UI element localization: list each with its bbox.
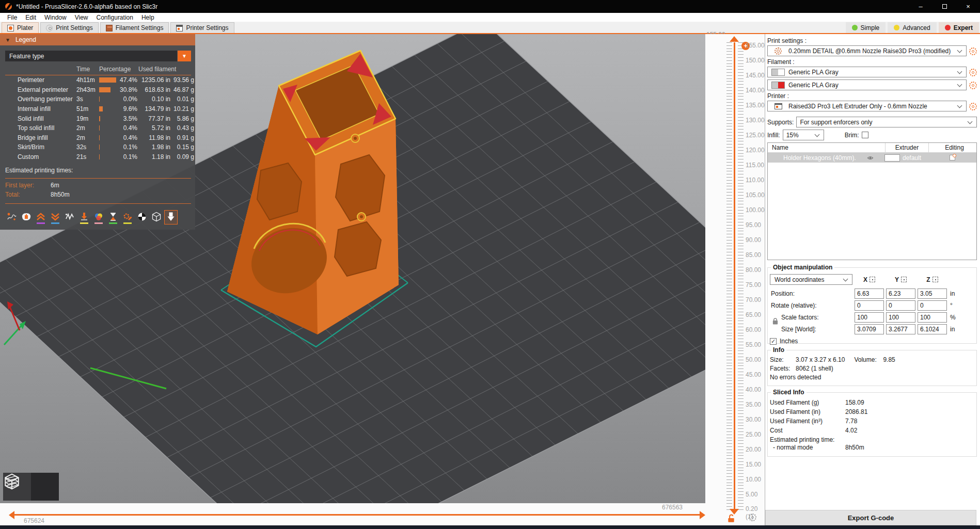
filament-2-gear-button[interactable]: [969, 82, 977, 89]
supports-label: Supports:: [767, 119, 794, 126]
percentage-bar: [99, 154, 100, 159]
view-layers-button[interactable]: [31, 473, 59, 501]
close-button[interactable]: ×: [956, 0, 980, 13]
mode-advanced[interactable]: Advanced: [888, 22, 936, 33]
filament-1-select[interactable]: Generic PLA Gray: [767, 67, 967, 77]
extruder-icon[interactable]: [164, 210, 178, 225]
print-settings-select[interactable]: 0.20mm DETAIL @0.6mm Nozzle Raise3D Pro3…: [767, 45, 967, 56]
legend-header[interactable]: ▼ Legend: [0, 34, 195, 45]
inches-checkbox[interactable]: ✓: [770, 338, 777, 345]
feature-time: 4h11m: [76, 76, 99, 84]
deretractions-icon[interactable]: [49, 210, 62, 225]
tab-print-settings[interactable]: Print Settings: [40, 22, 98, 33]
value-field[interactable]: 100: [918, 312, 947, 323]
value-field[interactable]: 0: [918, 300, 947, 311]
chevron-down-icon: [957, 82, 962, 87]
tab-plater[interactable]: Plater: [2, 22, 39, 33]
moves-max-label: 676563: [662, 504, 683, 511]
value-field[interactable]: 6.63: [855, 288, 884, 299]
estimated-time-label: Estimated printing time:: [770, 436, 834, 443]
printer-gear-button[interactable]: [969, 103, 977, 110]
export-gcode-button[interactable]: Export G-code: [765, 510, 976, 525]
feature-time: 19m: [76, 115, 99, 122]
view-type-select[interactable]: Feature type: [5, 51, 177, 61]
tick-label: 100.00: [746, 206, 765, 214]
retractions-icon[interactable]: [34, 210, 48, 225]
feature-used-g: 93.56 g: [172, 76, 196, 84]
brim-checkbox[interactable]: [862, 132, 868, 138]
print-settings-gear-button[interactable]: [969, 47, 977, 55]
value-field[interactable]: 6.23: [886, 288, 915, 299]
moves-slider-right-handle[interactable]: [700, 511, 705, 519]
tick-label: 60.00: [746, 326, 761, 333]
value-field[interactable]: 3.2677: [886, 324, 915, 334]
tick-label: 140.00: [746, 87, 765, 94]
value-field[interactable]: 100: [855, 312, 884, 323]
view-type-dropdown-button[interactable]: ▼: [178, 51, 191, 61]
color-changes-icon[interactable]: [92, 210, 105, 225]
feature-percentage: 9.6%: [123, 105, 137, 113]
maximize-icon: [942, 4, 947, 9]
window-title: *Untitled - PrusaSlicer-2.6.0-alpha6 bas…: [16, 3, 157, 10]
scale-lock-icon[interactable]: [772, 317, 779, 327]
value-field[interactable]: 0: [886, 300, 915, 311]
tab-label: Printer Settings: [186, 24, 228, 31]
menu-help[interactable]: Help: [137, 13, 159, 22]
menu-file[interactable]: File: [3, 13, 21, 22]
moves-slider-left-handle[interactable]: [9, 511, 14, 519]
model-object[interactable]: [227, 51, 399, 334]
tab-filament-settings[interactable]: Filament Settings: [100, 22, 169, 33]
filament-1-gear-button[interactable]: [969, 69, 977, 76]
menu-configuration[interactable]: Configuration: [92, 13, 137, 22]
value-field[interactable]: 100: [886, 312, 915, 323]
maximize-button[interactable]: [932, 0, 956, 13]
supports-select[interactable]: For support enforcers only: [796, 117, 977, 127]
mode-label: Expert: [954, 24, 973, 31]
seams-icon[interactable]: [63, 210, 76, 225]
menu-window[interactable]: Window: [40, 13, 71, 22]
pause-prints-icon[interactable]: [106, 210, 120, 225]
center-of-mass-icon[interactable]: [135, 210, 149, 225]
minimize-button[interactable]: –: [909, 0, 932, 13]
shells-icon[interactable]: [20, 210, 33, 225]
unlock-icon[interactable]: [727, 514, 735, 524]
menu-edit[interactable]: Edit: [21, 13, 40, 22]
slider-settings-gear-icon[interactable]: [749, 514, 756, 521]
legend-title: Legend: [15, 36, 36, 43]
bounding-box-icon[interactable]: [150, 210, 163, 225]
custom-gcode-icon[interactable]: [121, 210, 134, 225]
tab-printer-settings[interactable]: Printer Settings: [170, 22, 234, 33]
layer-slider-ticks-left: [726, 42, 732, 510]
value-field[interactable]: 6.1024: [918, 324, 947, 334]
tick-label: 135.00: [746, 102, 765, 109]
value-field[interactable]: 0: [855, 300, 884, 311]
tick-label: 90.00: [746, 236, 761, 244]
edit-object-icon[interactable]: [950, 155, 955, 161]
row-label: Cost: [770, 427, 845, 434]
infill-select[interactable]: 15%: [783, 130, 824, 140]
layer-slider-top-handle[interactable]: [730, 36, 739, 42]
printer-select[interactable]: Raised3D Pro3 Left Extruder Only - 0.6mm…: [767, 101, 967, 111]
col-name: Name: [768, 143, 886, 152]
feature-used-in: 618.63 in: [138, 86, 172, 93]
coordinates-value: World coordinates: [770, 276, 841, 283]
sliced-info-row-used-filament-in: Used Filament (in)2086.81: [770, 408, 974, 415]
eye-icon[interactable]: [856, 155, 884, 161]
mode-simple[interactable]: Simple: [846, 22, 886, 33]
extruder-color-box[interactable]: [884, 154, 900, 162]
feature-used-in: 1.18 in: [138, 153, 172, 161]
axis-x-header: X: [855, 276, 884, 283]
value-field[interactable]: 3.0709: [855, 324, 884, 334]
mode-expert[interactable]: Expert: [939, 22, 979, 33]
filament-2-select[interactable]: Generic PLA Gray: [767, 79, 967, 90]
moves-slider-track[interactable]: [14, 514, 702, 516]
menu-view[interactable]: View: [71, 13, 92, 22]
value-field[interactable]: 3.05: [918, 288, 947, 299]
legend-row-solid-infill: Solid infill19m3.5%77.37 in5.86 g: [5, 114, 191, 123]
coordinates-select[interactable]: World coordinates: [770, 274, 852, 285]
object-list-row[interactable]: Holder Hexagons (40mm).stl default: [768, 153, 976, 163]
feature-used-g: 0.91 g: [172, 134, 196, 141]
travel-icon[interactable]: [5, 210, 19, 225]
layer-slider-track[interactable]: [734, 42, 735, 509]
tool-changes-icon[interactable]: [77, 210, 91, 225]
